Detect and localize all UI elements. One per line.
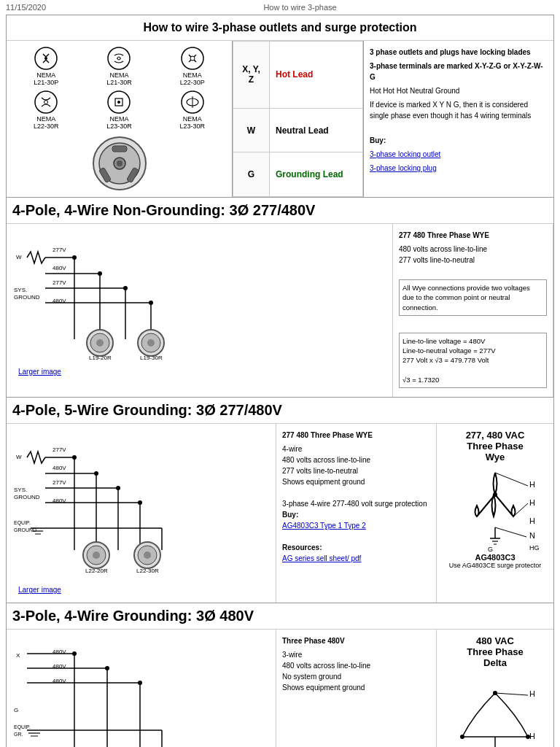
svg-point-134 [460, 735, 464, 739]
svg-point-14 [44, 101, 48, 104]
section3: 3-Pole, 4-Wire Grounding: 3Ø 480V X 480V… [7, 603, 553, 747]
nema-symbol-6 [179, 89, 206, 115]
svg-point-5 [44, 57, 47, 60]
section3-info-line4: Shows equipment ground [282, 682, 430, 693]
lead-value-w: Neutral Lead [270, 108, 363, 152]
svg-text:EQUIP.: EQUIP. [14, 724, 31, 730]
nema-item-5: NEMA L23-30R [84, 89, 154, 130]
svg-text:L19-30R: L19-30R [140, 355, 163, 361]
svg-text:H: H [529, 732, 535, 740]
section2-buy-link[interactable]: AG4803C3 Type 1 Type 2 [282, 522, 366, 530]
section1-body: W SYS. GROUND 277V 480V 277V 480V [7, 224, 553, 397]
section2-info-line3: 277 volts line-to-neutral [282, 465, 430, 476]
nema-symbol-2 [106, 45, 132, 71]
svg-text:GR.: GR. [14, 732, 23, 737]
section3-info-line3: No system ground [282, 671, 430, 682]
section2-buy-label: Buy: [282, 511, 298, 519]
section2-info-box: 3-phase 4-wire 277-480 volt surge protec… [282, 498, 430, 509]
info-line2: 3-phase terminals are marked X-Y-Z-G or … [370, 61, 548, 82]
link-locking-plug[interactable]: 3-phase locking plug [370, 164, 437, 172]
section3-body: X 480V 480V 480V G EQUIP. GR. [7, 630, 553, 747]
nema-label-2: NEMA L21-30R [106, 71, 132, 86]
svg-text:G: G [488, 546, 493, 553]
svg-text:GROUND: GROUND [14, 494, 40, 500]
nema-label-3: NEMA L22-30P [180, 71, 205, 86]
lead-key-g: G [233, 152, 270, 197]
svg-point-78 [94, 471, 98, 476]
section2-larger-image[interactable]: Larger image [12, 584, 270, 597]
nema-symbol-5 [106, 89, 132, 115]
section3-wiring-svg: X 480V 480V 480V G EQUIP. GR. [12, 635, 238, 747]
nema-label-1: NEMA L21-30P [34, 71, 58, 86]
svg-text:277V: 277V [52, 479, 66, 486]
svg-point-8 [117, 57, 120, 60]
section2-header: 4-Pole, 5-Wire Grounding: 3Ø 277/480V [7, 398, 553, 424]
svg-point-53 [147, 339, 155, 347]
nema-grid: NEMA L21-30P NEMA L21-30R [11, 45, 228, 130]
svg-point-80 [138, 500, 142, 505]
svg-text:H: H [529, 516, 535, 525]
nema-item-6: NEMA L23-30R [158, 89, 228, 130]
nema-symbol-3 [179, 45, 206, 71]
section2-diagram: W SYS. GROUND 277V 480V 277V 480V [7, 424, 276, 603]
top-bar: 11/15/2020 How to wire 3-phase [0, 0, 560, 15]
link-locking-outlet[interactable]: 3-phase locking outlet [370, 150, 440, 158]
section1-wiring-svg: W SYS. GROUND 277V 480V 277V 480V [12, 230, 238, 365]
buy-label: Buy: [370, 136, 386, 144]
svg-text:N: N [529, 531, 535, 540]
delta-diagram-svg: H H HG G [448, 671, 542, 747]
section2-resources-label: Resources: [282, 543, 322, 551]
svg-line-4 [46, 60, 49, 63]
section1-info-box1: All Wye connections provide two voltages… [399, 279, 547, 316]
svg-line-91 [495, 473, 528, 486]
page-title-bar: How to wire 3-phase [263, 3, 336, 12]
section1-larger-image[interactable]: Larger image [12, 366, 386, 379]
svg-point-43 [72, 255, 77, 260]
svg-text:W: W [16, 454, 22, 460]
svg-text:X: X [16, 652, 20, 659]
section2-info: 277 480 Three Phase WYE 4-wire 480 volts… [276, 424, 437, 603]
section2-right-title: 277, 480 VAC Three Phase Wye [466, 430, 525, 462]
nema-symbol-1 [33, 45, 59, 71]
lead-table: X, Y, Z Hot Lead W Neutral Lead G Ground… [233, 41, 363, 197]
nema-item-2: NEMA L21-30R [84, 45, 154, 86]
section3-header: 3-Pole, 4-Wire Grounding: 3Ø 480V [7, 603, 553, 630]
section-top-info: 3 phase outlets and plugs have locking b… [364, 41, 553, 197]
lead-value-xyz: Hot Lead [270, 42, 363, 109]
svg-point-87 [144, 551, 151, 559]
svg-point-123 [138, 681, 142, 685]
svg-text:EQUIP.: EQUIP. [14, 520, 31, 526]
lead-row-g: G Grounding Lead [233, 152, 363, 197]
svg-point-49 [96, 339, 104, 347]
svg-text:480V: 480V [52, 465, 66, 471]
nema-label-5: NEMA L23-30R [106, 115, 132, 130]
section3-info-line2: 480 volts across line-to-line [282, 660, 430, 671]
wye-diagram-svg: H H H N HG G [448, 465, 542, 553]
main-title: How to wire 3-phase outlets and surge pr… [7, 15, 553, 41]
svg-point-44 [98, 271, 102, 276]
svg-text:277V: 277V [52, 279, 66, 286]
svg-text:L22-30R: L22-30R [136, 568, 159, 574]
nema-item-4: NEMA L22-30R [11, 89, 81, 130]
svg-text:G: G [14, 707, 18, 713]
nema-item-1: NEMA L21-30P [11, 45, 81, 86]
section2-visual: 277, 480 VAC Three Phase Wye H H [437, 424, 553, 603]
info-line4: If device is marked X Y N G, then it is … [370, 99, 548, 121]
svg-point-83 [93, 551, 100, 559]
nema-label-4: NEMA L22-30R [34, 115, 59, 130]
section2-info-line2: 480 volts across line-to-line [282, 454, 430, 465]
nema-symbol-4 [33, 89, 59, 115]
section2-resources-link[interactable]: AG series sell sheet/ pdf [282, 554, 361, 562]
nema-item-3: NEMA L22-30P [158, 45, 228, 86]
section1-header: 4-Pole, 4-Wire Non-Grounding: 3Ø 277/480… [7, 198, 553, 224]
svg-rect-23 [112, 146, 127, 152]
svg-text:W: W [16, 254, 22, 260]
section3-info-title: Three Phase 480V [282, 635, 430, 646]
section2-info-line1: 4-wire [282, 444, 430, 454]
section3-right-title: 480 VAC Three Phase Delta [467, 635, 523, 668]
svg-text:HG: HG [529, 544, 540, 551]
svg-point-27 [117, 160, 122, 166]
svg-point-89 [493, 492, 497, 497]
section2-subtitle: Use AG4803CE surge protector [449, 562, 542, 569]
section2-info-title: 277 480 Three Phase WYE [282, 430, 430, 441]
